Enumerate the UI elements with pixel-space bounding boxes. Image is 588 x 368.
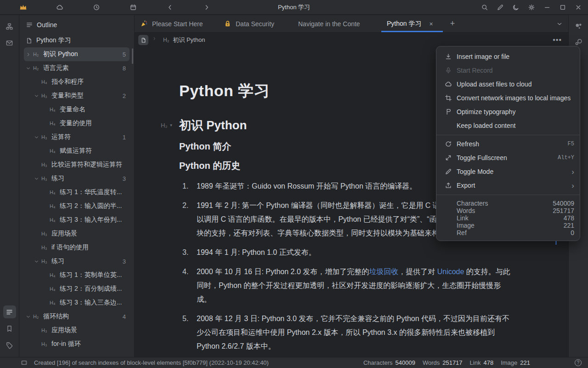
outline-item[interactable]: H₃变量和类型2 xyxy=(24,89,130,103)
chevron-down-icon[interactable] xyxy=(26,313,33,320)
close-button[interactable] xyxy=(571,1,586,14)
menu-item[interactable]: Insert image or file xyxy=(436,50,580,63)
menu-item[interactable]: Upload asset files to cloud xyxy=(436,77,580,91)
chevron-right-icon[interactable] xyxy=(26,51,33,58)
chevron-down-icon[interactable] xyxy=(34,133,41,141)
stat-label: Link xyxy=(470,359,481,366)
settings-button[interactable] xyxy=(524,1,539,14)
tab-close-icon[interactable]: × xyxy=(429,21,433,27)
outline-item[interactable]: H₃比较运算符和逻辑运算符 xyxy=(24,158,130,172)
outline-item[interactable]: H₄变量的使用 xyxy=(24,116,130,130)
inbox-button[interactable] xyxy=(3,36,16,49)
outline-item[interactable]: H₄练习 2：百分制成绩... xyxy=(24,282,130,296)
outline-sidebar: Outline Python 学习 H₂初识 Python5H₂语言元素8H₄指… xyxy=(19,15,135,357)
outline-item[interactable]: H₄练习 3：输入年份判... xyxy=(24,213,130,227)
outline-item[interactable]: H₃应用场景 xyxy=(24,227,130,241)
circles-icon xyxy=(574,38,583,46)
outline-item[interactable]: H₃运算符1 xyxy=(24,130,130,144)
outline-item[interactable]: H₃for-in 循环 xyxy=(24,337,130,351)
chevron-left-icon xyxy=(166,4,174,11)
text-link[interactable]: 垃圾回收 xyxy=(369,268,398,276)
outline-item[interactable]: H₃练习3 xyxy=(24,172,130,185)
chevron-down-icon[interactable] xyxy=(34,92,41,99)
heading-level-tag: H₃ xyxy=(41,328,51,333)
document-file-icon xyxy=(26,37,33,44)
document-row[interactable]: Python 学习 xyxy=(19,34,134,47)
tab-4[interactable]: Python 学习× xyxy=(381,15,443,32)
menu-item[interactable]: Optimize typography xyxy=(436,105,580,119)
menu-stat-row: Image221 xyxy=(457,222,574,229)
menu-item[interactable]: Toggle FullscreenAlt+Y xyxy=(436,151,580,165)
bubbles-button[interactable] xyxy=(572,20,585,33)
outline-item[interactable]: H₄指令和程序 xyxy=(24,75,130,89)
heading-tag: H₂ xyxy=(161,122,167,129)
heading-gutter[interactable]: H₂ ▼ xyxy=(161,122,173,129)
outline-icon xyxy=(26,21,33,29)
calendar-button[interactable] xyxy=(128,2,139,13)
file-icon xyxy=(141,37,147,43)
breadcrumb-file-button[interactable] xyxy=(138,35,148,45)
outline-item[interactable]: H₃if 语句的使用 xyxy=(24,241,130,254)
outline-item[interactable]: H₃练习3 xyxy=(24,254,130,268)
titlebar: Python 学习 xyxy=(0,0,588,15)
outline-item[interactable]: H₄练习 1：英制单位英... xyxy=(24,268,130,282)
gear-icon xyxy=(528,4,535,11)
sidebar-scrollbar[interactable] xyxy=(132,48,133,64)
outline-item[interactable]: H₄赋值运算符 xyxy=(24,144,130,158)
outline-item[interactable]: H₄变量命名 xyxy=(24,103,130,116)
menu-stat-row: Ref0 xyxy=(457,229,574,236)
structure-view-button[interactable] xyxy=(3,20,16,33)
more-options-button[interactable]: ••• xyxy=(553,36,562,44)
outline-item-label: 语言元素 xyxy=(43,64,69,72)
heading-level-tag: H₄ xyxy=(50,148,60,154)
tab-3[interactable]: Navigate in the Conte xyxy=(293,15,381,32)
crown-logo-icon[interactable] xyxy=(17,2,28,13)
bookmarks-button[interactable] xyxy=(3,322,16,335)
outline-item[interactable]: H₄练习 1：华氏温度转... xyxy=(24,185,130,199)
tab-overview-button[interactable] xyxy=(556,15,563,32)
refresh-icon xyxy=(445,140,452,148)
outline-item[interactable]: H₂语言元素8 xyxy=(24,61,130,75)
outline-item[interactable]: H₄练习 2：输入圆的半... xyxy=(24,199,130,213)
menu-item[interactable]: Keep loaded content xyxy=(436,119,580,132)
maximize-icon xyxy=(559,4,566,11)
outline-item[interactable]: H₃应用场景 xyxy=(24,323,130,337)
menu-item[interactable]: Convert network images to local images xyxy=(436,91,580,105)
nav-back-button[interactable] xyxy=(164,2,175,13)
breadcrumb-heading-title[interactable]: 初识 Python xyxy=(173,36,205,44)
tab-1[interactable]: Please Start Here xyxy=(135,15,218,32)
chevron-down-icon[interactable] xyxy=(34,175,41,182)
maximize-button[interactable] xyxy=(555,1,571,14)
outline-item[interactable]: H₂初识 Python5 xyxy=(24,47,130,61)
new-tab-button[interactable]: + xyxy=(445,15,460,32)
menu-item[interactable]: Export› xyxy=(436,178,580,192)
outline-item[interactable]: H₂循环结构4 xyxy=(24,310,130,323)
menu-item-label: Start Record xyxy=(457,67,493,74)
history-button[interactable] xyxy=(91,2,102,13)
chevron-down-icon[interactable] xyxy=(34,258,41,265)
cloud-sync-button[interactable] xyxy=(54,2,65,13)
heading-level-tag: H₂ xyxy=(33,65,43,71)
outline-panel-button[interactable] xyxy=(3,305,16,318)
tags-button[interactable] xyxy=(3,339,16,351)
chevron-down-icon[interactable] xyxy=(26,64,33,72)
submenu-chevron-icon: › xyxy=(571,182,574,190)
theme-toggle-button[interactable] xyxy=(508,1,524,14)
minimize-button[interactable] xyxy=(539,1,555,14)
text-link[interactable]: Unicode xyxy=(437,268,464,276)
left-icon-strip xyxy=(0,15,19,357)
outline-item-count: 3 xyxy=(120,258,130,265)
nav-forward-button[interactable] xyxy=(201,2,212,13)
outline-item-label: 变量和类型 xyxy=(51,92,84,100)
list-number: 3. xyxy=(182,246,188,259)
edit-button[interactable] xyxy=(492,1,508,14)
search-button[interactable] xyxy=(477,1,492,14)
menu-item[interactable]: Toggle Mode› xyxy=(436,165,580,178)
help-icon[interactable]: ? xyxy=(575,359,582,366)
outline-item-label: 初识 Python xyxy=(43,50,78,58)
outline-item[interactable]: H₄练习 3：输入三条边... xyxy=(24,296,130,310)
collapse-triangle-icon[interactable]: ▼ xyxy=(169,123,173,127)
menu-icon-spacer xyxy=(445,122,452,129)
menu-item[interactable]: RefreshF5 xyxy=(436,137,580,151)
tab-2[interactable]: Data Security xyxy=(218,15,293,32)
